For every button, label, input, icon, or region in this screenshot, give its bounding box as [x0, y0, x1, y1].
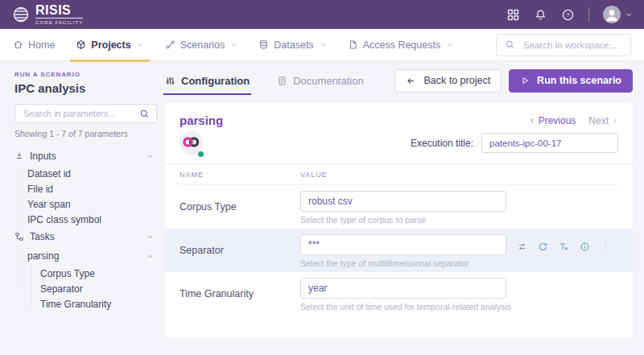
header-divider	[588, 7, 589, 22]
tab-label: Configuration	[181, 75, 250, 87]
flow-icon	[165, 39, 175, 50]
logo-title: RISIS	[35, 4, 83, 19]
previous-link[interactable]: Previous	[529, 115, 576, 126]
pager: Previous Next	[529, 115, 618, 126]
user-avatar	[603, 6, 621, 23]
tree-item-label: Separator	[40, 283, 83, 295]
inputs-download-icon	[14, 151, 24, 161]
swap-arrows-icon[interactable]	[517, 241, 527, 252]
row-action-icons	[517, 234, 611, 252]
parameter-name: Time Granularity	[180, 278, 300, 299]
arrow-left-icon	[406, 76, 416, 86]
parameter-tree: Inputs Dataset id File id Year span IPC …	[14, 147, 157, 312]
tab-configuration[interactable]: Configuration	[165, 64, 250, 97]
status-dot	[198, 151, 204, 157]
tree-item-separator[interactable]: Separator	[14, 281, 157, 296]
reset-refresh-icon[interactable]	[538, 241, 548, 252]
caret-down-icon	[320, 41, 327, 48]
nav-item-datasets[interactable]: Datasets	[258, 29, 326, 61]
tab-label: Documentation	[293, 75, 363, 87]
back-to-project-button[interactable]: Back to project	[394, 69, 502, 93]
nav-item-projects[interactable]: Projects	[76, 29, 143, 61]
tree-item-dataset-id[interactable]: Dataset id	[14, 166, 157, 181]
chevron-up-icon	[147, 233, 154, 241]
tree-item-year-span[interactable]: Year span	[14, 196, 157, 212]
app-screen: RISIS CORE FACILITY ?	[0, 0, 644, 355]
corpus-type-input[interactable]	[300, 191, 506, 212]
tree-group-parsing[interactable]: parsing	[14, 246, 157, 266]
caret-down-icon	[446, 41, 453, 48]
parameter-hint: Select the type of corpus to parse	[300, 215, 506, 225]
sidebar-section-label: RUN A SCENARIO	[14, 71, 157, 78]
tree-group-inputs[interactable]: Inputs	[14, 147, 157, 166]
name-column-header: NAME	[180, 171, 300, 179]
chevron-up-icon	[147, 253, 154, 260]
tree-item-label: Corpus Type	[40, 268, 95, 279]
value-column-header: VALUE	[300, 171, 328, 179]
parsing-panel: parsing Previous Next Execut	[165, 103, 633, 338]
user-menu[interactable]	[603, 6, 633, 23]
caret-down-icon	[230, 41, 237, 48]
next-link[interactable]: Next	[588, 115, 618, 126]
tree-item-ipc-class-symbol[interactable]: IPC class symbol	[14, 212, 157, 227]
logo-subtitle: CORE FACILITY	[35, 20, 83, 25]
tree-item-label: Time Granularity	[40, 299, 111, 310]
nav-item-label: Home	[28, 39, 55, 51]
tree-item-time-granularity[interactable]: Time Granularity	[14, 296, 157, 312]
panel-title: parsing	[180, 114, 223, 127]
separator-input[interactable]	[300, 234, 506, 255]
nav-item-label: Scenarios	[180, 39, 225, 51]
table-header: NAME VALUE	[180, 164, 618, 185]
nav-item-home[interactable]: Home	[13, 29, 55, 61]
search-icon	[505, 39, 515, 50]
database-icon	[258, 39, 269, 50]
notifications-bell-icon[interactable]	[534, 8, 547, 22]
back-button-label: Back to project	[423, 75, 490, 86]
nav-item-access-requests[interactable]: Access Requests	[348, 29, 454, 61]
time-granularity-input[interactable]	[300, 278, 506, 299]
nav-item-label: Access Requests	[363, 39, 441, 51]
info-icon[interactable]	[580, 241, 590, 252]
document-icon	[277, 76, 287, 86]
app-header: RISIS CORE FACILITY ?	[0, 0, 644, 29]
tree-group-tasks[interactable]: Tasks	[14, 227, 157, 246]
execution-title-label: Execution title:	[411, 138, 473, 149]
sliders-icon	[165, 76, 175, 86]
more-options-icon[interactable]	[601, 241, 611, 252]
nav-item-scenarios[interactable]: Scenarios	[165, 29, 238, 61]
home-icon	[13, 39, 23, 50]
tree-group-label: Tasks	[30, 231, 55, 242]
workspace-search-input[interactable]	[522, 39, 622, 51]
cube-icon	[76, 39, 86, 50]
search-icon	[139, 109, 150, 119]
parameter-hint: Select the unit of time used for tempora…	[300, 302, 511, 312]
execution-title-input[interactable]	[481, 133, 618, 153]
parameter-hint: Select the type of multidimensional sepa…	[300, 258, 506, 268]
task-tool-logo	[180, 131, 203, 155]
parameter-search-input[interactable]	[22, 108, 139, 119]
run-scenario-button[interactable]: Run this scenario	[509, 69, 633, 93]
parameter-name: Separator	[180, 234, 300, 256]
run-button-label: Run this scenario	[537, 75, 621, 86]
tab-documentation[interactable]: Documentation	[277, 64, 363, 97]
parameter-search	[14, 104, 157, 123]
apps-grid-icon[interactable]	[506, 8, 520, 22]
play-icon	[520, 76, 530, 85]
caret-down-icon	[137, 41, 144, 48]
file-icon	[348, 39, 358, 50]
nav-item-label: Projects	[91, 39, 130, 51]
help-icon[interactable]: ?	[561, 8, 575, 22]
tree-item-file-id[interactable]: File id	[14, 181, 157, 196]
nav-item-label: Datasets	[274, 39, 313, 51]
chevron-down-icon	[625, 10, 633, 19]
globe-icon	[11, 5, 31, 24]
parameter-name: Corpus Type	[180, 191, 300, 213]
tasks-hierarchy-icon	[14, 232, 24, 241]
previous-label: Previous	[539, 115, 576, 126]
results-count: Showing 1 - 7 of 7 parameters	[14, 129, 157, 138]
risis-logo[interactable]: RISIS CORE FACILITY	[11, 4, 83, 25]
tree-group-label: parsing	[27, 250, 59, 262]
tree-item-corpus-type[interactable]: Corpus Type	[14, 266, 157, 281]
clear-text-format-icon[interactable]	[559, 241, 569, 252]
tabs-row: Configuration Documentation Back to proj…	[165, 64, 633, 97]
